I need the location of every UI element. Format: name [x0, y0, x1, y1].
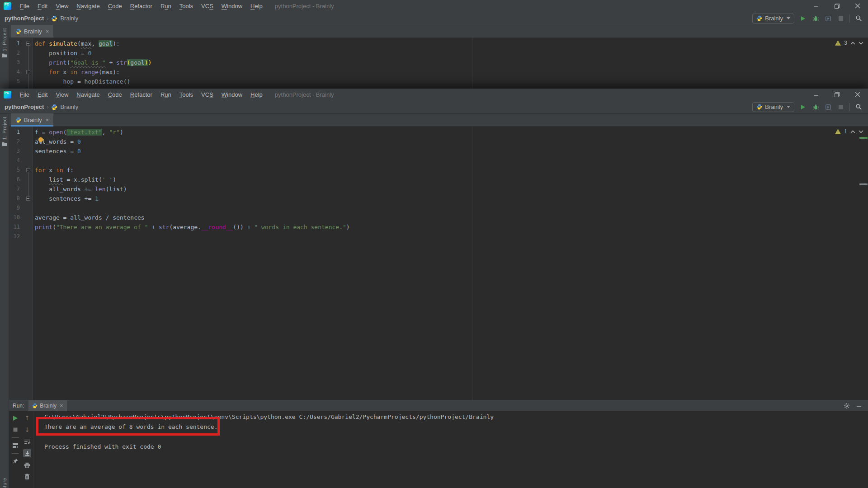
- menu-item-code[interactable]: Code: [104, 1, 126, 11]
- close-button[interactable]: [847, 89, 868, 100]
- code-line[interactable]: 4: [9, 156, 868, 165]
- menu-item-refactor[interactable]: Refactor: [126, 89, 156, 100]
- line-number[interactable]: 12: [9, 232, 20, 241]
- menu-item-tools[interactable]: Tools: [175, 89, 197, 100]
- scroll-to-end-button[interactable]: [23, 449, 31, 457]
- minimize-button[interactable]: [806, 89, 826, 100]
- line-number[interactable]: 6: [9, 175, 20, 184]
- tab-brainly[interactable]: Brainly ×: [11, 25, 53, 38]
- line-number[interactable]: 10: [9, 213, 20, 222]
- menu-item-navigate[interactable]: Navigate: [72, 89, 104, 100]
- code-line[interactable]: 4 for x in range(max):: [9, 67, 868, 77]
- print-button[interactable]: [23, 461, 31, 469]
- breadcrumb-file[interactable]: Brainly: [60, 103, 78, 110]
- tab-close-icon[interactable]: ×: [46, 28, 49, 35]
- line-number[interactable]: 2: [9, 137, 20, 146]
- next-warning-icon[interactable]: [859, 42, 863, 45]
- code-line[interactable]: 12: [9, 232, 868, 241]
- code-line[interactable]: 2 position = 0: [9, 48, 868, 58]
- code-line[interactable]: 6 list = x.split(' '): [9, 175, 868, 184]
- line-number[interactable]: 4: [9, 156, 20, 165]
- debug-button[interactable]: [811, 14, 820, 23]
- menu-item-view[interactable]: View: [52, 1, 72, 11]
- line-number[interactable]: 5: [9, 165, 20, 175]
- fold-marker-icon[interactable]: [26, 70, 30, 74]
- menu-item-navigate[interactable]: Navigate: [72, 1, 104, 11]
- code-line[interactable]: 9: [9, 203, 868, 213]
- line-number[interactable]: 7: [9, 184, 20, 194]
- menu-item-file[interactable]: File: [16, 1, 33, 11]
- clear-all-icon[interactable]: [23, 473, 31, 481]
- code-line[interactable]: 11print("There are an average of " + str…: [9, 222, 868, 232]
- run-with-coverage-button[interactable]: [824, 14, 832, 23]
- stop-button[interactable]: [837, 14, 845, 23]
- stop-process-button[interactable]: [11, 426, 19, 434]
- menu-item-vcs[interactable]: VCS: [197, 1, 217, 11]
- breadcrumb-file[interactable]: Brainly: [60, 15, 78, 22]
- maximize-button[interactable]: [826, 0, 847, 12]
- breadcrumb-project[interactable]: pythonProject: [5, 15, 44, 22]
- code-line[interactable]: 2all_words = 0: [9, 137, 868, 146]
- soft-wrap-button[interactable]: [23, 437, 31, 446]
- tab-brainly[interactable]: Brainly ×: [11, 113, 53, 126]
- run-with-coverage-button[interactable]: [824, 103, 832, 111]
- run-button[interactable]: [799, 103, 807, 111]
- code-line[interactable]: 3sentences = 0: [9, 146, 868, 156]
- prev-warning-icon[interactable]: [850, 130, 855, 133]
- run-button[interactable]: [799, 14, 807, 23]
- line-number[interactable]: 11: [9, 222, 20, 232]
- close-button[interactable]: [847, 0, 868, 12]
- fold-end-marker-icon[interactable]: [26, 197, 30, 201]
- line-number[interactable]: 2: [9, 48, 20, 58]
- menu-item-tools[interactable]: Tools: [175, 1, 197, 11]
- menu-item-code[interactable]: Code: [104, 89, 126, 100]
- inspections-widget[interactable]: 3: [835, 40, 863, 46]
- run-tab-brainly[interactable]: Brainly ×: [28, 400, 66, 411]
- run-tab-close-icon[interactable]: ×: [60, 402, 63, 409]
- menu-item-vcs[interactable]: VCS: [197, 89, 217, 100]
- code-line[interactable]: 1f = open("text.txt", "r"): [9, 127, 868, 137]
- code-line[interactable]: 7 all_words += len(list): [9, 184, 868, 194]
- intention-bulb-icon[interactable]: [37, 136, 44, 144]
- sidebar-item-project[interactable]: 1: Project: [0, 28, 9, 58]
- menu-item-help[interactable]: Help: [246, 1, 267, 11]
- code-line[interactable]: 1def simulate(max, goal):: [9, 39, 868, 48]
- code-line[interactable]: 5 hop = hopDistance(): [9, 77, 868, 86]
- next-warning-icon[interactable]: [859, 130, 863, 133]
- prev-warning-icon[interactable]: [850, 42, 855, 45]
- pin-tab-button[interactable]: [11, 457, 19, 465]
- code-line[interactable]: 8 sentences += 1: [9, 194, 868, 203]
- code-editor[interactable]: 1def simulate(max, goal):2 position = 03…: [9, 38, 868, 89]
- menu-item-edit[interactable]: Edit: [33, 1, 52, 11]
- line-number[interactable]: 3: [9, 146, 20, 156]
- breadcrumb-project[interactable]: pythonProject: [5, 103, 44, 110]
- menu-item-run[interactable]: Run: [156, 89, 175, 100]
- sidebar-item-project[interactable]: 1: Project: [0, 117, 9, 146]
- run-configuration-select[interactable]: Brainly: [752, 14, 794, 23]
- menu-item-file[interactable]: File: [16, 89, 33, 100]
- menu-item-refactor[interactable]: Refactor: [126, 1, 156, 11]
- line-number[interactable]: 9: [9, 203, 20, 213]
- stop-button[interactable]: [837, 103, 845, 111]
- restore-layout-button[interactable]: [11, 441, 19, 450]
- line-number[interactable]: 8: [9, 194, 20, 203]
- search-everywhere-icon[interactable]: [854, 14, 863, 23]
- line-number[interactable]: 3: [9, 58, 20, 67]
- fold-marker-icon[interactable]: [26, 168, 30, 172]
- menu-item-run[interactable]: Run: [156, 1, 175, 11]
- menu-item-edit[interactable]: Edit: [33, 89, 52, 100]
- scrollbar-mark-highlight[interactable]: [859, 137, 868, 139]
- line-number[interactable]: 4: [9, 67, 20, 77]
- sidebar-item-structure[interactable]: Structure: [0, 478, 9, 488]
- inspections-widget[interactable]: 1: [835, 128, 863, 135]
- menu-item-window[interactable]: Window: [217, 89, 246, 100]
- maximize-button[interactable]: [826, 89, 847, 100]
- rerun-button[interactable]: [11, 414, 19, 422]
- tab-close-icon[interactable]: ×: [46, 117, 49, 123]
- menu-item-help[interactable]: Help: [246, 89, 267, 100]
- prev-occurrence-button[interactable]: ↑: [23, 414, 31, 422]
- line-number[interactable]: 1: [9, 127, 20, 137]
- run-console-output[interactable]: C:\Users\Gabriel2\PycharmProjects\python…: [33, 411, 868, 488]
- next-occurrence-button[interactable]: ↓: [23, 426, 31, 434]
- run-configuration-select[interactable]: Brainly: [752, 102, 794, 112]
